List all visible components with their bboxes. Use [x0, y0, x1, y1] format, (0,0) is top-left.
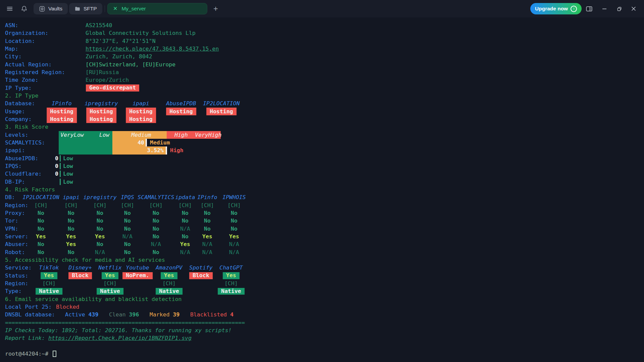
- usage-row: Usage:HostingHostingHostingHostingHostin…: [0, 108, 644, 115]
- company-badge: Hosting: [86, 115, 116, 123]
- terminal-output[interactable]: ASN:AS215540Organization:Global Connecti…: [0, 17, 644, 362]
- risk-score-row: SCAMALYTICS:40Medium: [0, 139, 644, 146]
- db-column-header: ipregistry: [83, 193, 116, 201]
- section-title: 2. IP Type: [5, 92, 38, 100]
- field-value: 8°32'37"E, 47°21'51"N: [86, 37, 156, 45]
- section-title: 4. Risk Factors: [0, 186, 644, 193]
- info-row: Time Zone:Europe/Zurich: [0, 76, 644, 84]
- section-title: 2. IP Type: [0, 92, 644, 100]
- field-label: Map:: [5, 45, 18, 53]
- section-title: 6. Email service availability and blackl…: [5, 295, 182, 303]
- section-title: 5. Accessibility check for media and AI …: [0, 256, 644, 264]
- risk-score-value: 0: [55, 162, 58, 170]
- folder-icon: [74, 6, 80, 12]
- separator-tick: [60, 155, 61, 162]
- risk-factor-value: No: [153, 225, 159, 233]
- risk-factor-value: Yes: [229, 233, 239, 240]
- service-column-header: AmazonPV: [156, 264, 182, 272]
- field-label: SCAMALYTICS:: [5, 139, 45, 146]
- bell-icon[interactable]: [21, 0, 28, 17]
- risk-factor-value: [CH]: [178, 201, 192, 209]
- field-label: ipapi:: [5, 146, 25, 154]
- risk-factor-value: Yes: [66, 233, 76, 240]
- tab-sftp[interactable]: SFTP: [69, 3, 102, 14]
- port-status: Blocked: [56, 303, 79, 311]
- risk-factor-value: No: [38, 217, 44, 225]
- new-tab-button[interactable]: +: [213, 4, 218, 13]
- service-type-badge: Native: [156, 288, 182, 295]
- dnsbl-stat: Blacklisted 4: [190, 311, 233, 318]
- risk-factor-row: Tor:NoNoNoNoNoNoNoNo: [0, 217, 644, 225]
- risk-factor-value: Yes: [95, 233, 105, 240]
- menu-icon[interactable]: [6, 0, 13, 17]
- section-title: 6. Email service availability and blackl…: [0, 295, 644, 303]
- db-column-header: IPinfo: [197, 193, 217, 201]
- service-column-header: TikTok: [39, 264, 59, 272]
- report-link[interactable]: https://Report.Check.Place/ip/1BNZFDIP1.…: [48, 334, 192, 342]
- service-status-badge: Yes: [102, 272, 118, 279]
- risk-factor-value: No: [153, 217, 159, 225]
- risk-score-value: 40: [138, 139, 144, 146]
- field-label: ASN:: [5, 21, 18, 29]
- service-status-badge: NoPrem.: [122, 272, 153, 279]
- risk-factor-value: No: [68, 217, 74, 225]
- risk-score-row: IPQS:0Low: [0, 162, 644, 170]
- risk-rating: Low: [63, 178, 73, 186]
- field-label: Server:: [5, 233, 29, 240]
- close-window-button[interactable]: [629, 5, 638, 13]
- field-label: Robot:: [5, 248, 25, 256]
- separator-tick: [60, 163, 61, 169]
- close-tab-icon[interactable]: ✕: [113, 6, 117, 11]
- db-column-header: IP2LOCATION: [203, 100, 239, 107]
- service-status-badge: Block: [68, 272, 92, 279]
- dnsbl-stat: Marked 39: [150, 311, 179, 318]
- tab-divider: [105, 5, 105, 12]
- tab-vaults[interactable]: Vaults: [34, 3, 68, 14]
- db-column-header: IP2LOCATION: [22, 193, 59, 201]
- risk-factor-value: No: [38, 248, 44, 256]
- risk-level-label: VeryLow: [60, 131, 84, 139]
- risk-factor-value: N/A: [180, 225, 190, 233]
- risk-factor-value: N/A: [229, 240, 239, 248]
- field-label: Type:: [5, 287, 22, 295]
- field-label: Service:: [5, 264, 32, 272]
- map-link[interactable]: https://check.place/47.3643,8.5437,15,en: [86, 45, 219, 53]
- section-title: 3. Risk Score: [5, 123, 48, 131]
- risk-factor-value: No: [97, 217, 103, 225]
- vault-icon: [39, 6, 45, 12]
- dnsbl-stat: Active 439: [65, 311, 98, 318]
- risk-factor-value: [CH]: [149, 201, 163, 209]
- dnsbl-stat: Clean 396: [109, 311, 139, 318]
- prompt-row: root@44204:~#: [0, 350, 644, 358]
- risk-score-row: ipapi:3.52%High: [0, 146, 644, 154]
- tab-my-server-label: My_server: [121, 6, 146, 12]
- risk-factor-value: No: [38, 209, 44, 217]
- risk-rating: High: [170, 146, 183, 154]
- field-label: DB:: [5, 193, 15, 201]
- info-row: Organization:Global Connectivity Solutio…: [0, 29, 644, 37]
- service-column-header: Disney+: [68, 264, 92, 272]
- dnsbl-stat-value: 4: [230, 311, 233, 318]
- usage-badge: Hosting: [86, 108, 116, 115]
- risk-factor-value: [CH]: [227, 201, 241, 209]
- tab-my-server[interactable]: ✕ My_server: [107, 3, 207, 14]
- shell-prompt: root@44204:~#: [5, 350, 52, 358]
- restore-button[interactable]: [615, 5, 624, 13]
- section-title: 5. Accessibility check for media and AI …: [5, 256, 165, 264]
- risk-factor-row: Robot:NoNoN/ANoNoN/AN/AN/A: [0, 248, 644, 256]
- minimize-button[interactable]: [600, 5, 609, 13]
- field-label: Proxy:: [5, 209, 25, 217]
- upgrade-button[interactable]: Upgrade now ↑: [530, 3, 582, 14]
- field-value: Global Connectivity Solutions Llp: [86, 29, 196, 37]
- risk-factor-value: No: [204, 217, 211, 225]
- info-row: IP Type:Geo-discrepant: [0, 84, 644, 92]
- usage-badge: Hosting: [126, 108, 156, 115]
- stats-row: IP Checks Today: 1892; Total: 202716. Th…: [0, 326, 644, 334]
- risk-rating: Low: [63, 162, 73, 170]
- info-row: Map:https://check.place/47.3643,8.5437,1…: [0, 45, 644, 53]
- field-label: DB-IP:: [5, 178, 25, 186]
- risk-factor-value: N/A: [202, 240, 212, 248]
- info-row: Registered Region:[RU]Russia: [0, 68, 644, 76]
- service-region: [CH]: [42, 280, 56, 287]
- panel-toggle-icon[interactable]: [585, 5, 593, 13]
